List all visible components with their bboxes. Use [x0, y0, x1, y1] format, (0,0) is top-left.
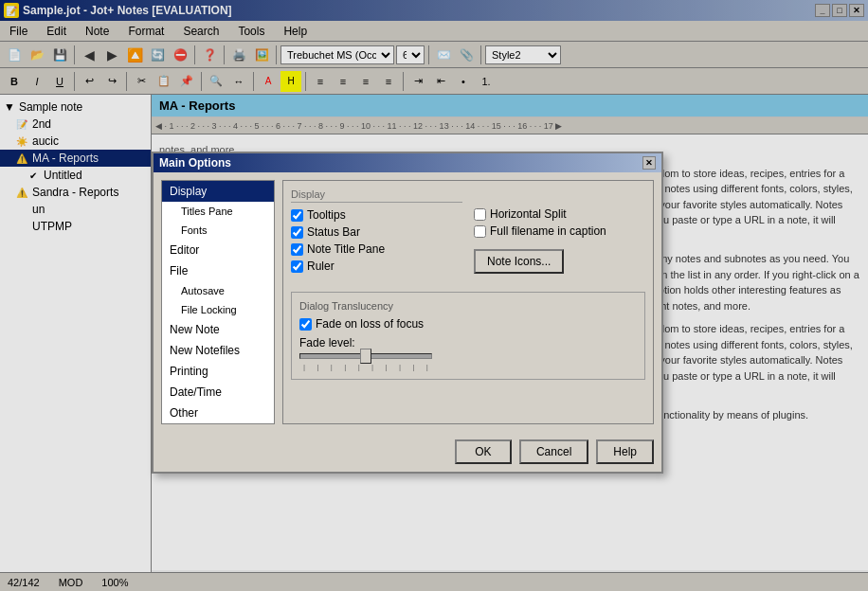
nav-new-notefiles[interactable]: New Notefiles	[162, 340, 274, 361]
dialog-content: Display Tooltips Status Bar	[282, 180, 654, 424]
note-title-pane-checkbox[interactable]	[291, 243, 303, 256]
horizontal-split-checkbox-row[interactable]: Horizontal Split	[474, 207, 645, 221]
cancel-button[interactable]: Cancel	[519, 439, 588, 464]
fade-slider-container	[299, 349, 637, 363]
fade-slider-thumb[interactable]	[360, 349, 371, 364]
horizontal-split-label: Horizontal Split	[490, 207, 567, 221]
dialog-title-bar: Main Options ✕	[154, 153, 661, 172]
nav-display[interactable]: Display	[162, 181, 274, 202]
nav-printing[interactable]: Printing	[162, 361, 274, 382]
dialog-buttons: OK Cancel Help	[154, 432, 661, 472]
tooltips-label: Tooltips	[307, 208, 346, 222]
ruler-checkbox[interactable]	[291, 260, 303, 273]
nav-file-locking[interactable]: File Locking	[162, 300, 274, 319]
dialog-close-button[interactable]: ✕	[642, 156, 656, 170]
fade-checkbox-row[interactable]: Fade on loss of focus	[299, 317, 637, 331]
display-section: Display Tooltips Status Bar	[291, 188, 462, 273]
note-title-pane-label: Note Title Pane	[307, 242, 385, 256]
fade-checkbox[interactable]	[299, 318, 312, 331]
tooltips-checkbox-row[interactable]: Tooltips	[291, 208, 462, 222]
ok-button[interactable]: OK	[455, 439, 512, 464]
statusbar-label: Status Bar	[307, 225, 360, 239]
translucency-section: Dialog Translucency Fade on loss of focu…	[291, 292, 645, 380]
fade-label: Fade on loss of focus	[316, 317, 424, 331]
statusbar-checkbox-row[interactable]: Status Bar	[291, 225, 462, 239]
note-icons-button[interactable]: Note Icons...	[474, 249, 564, 274]
dialog-nav: Display Titles Pane Fonts Editor File Au…	[161, 180, 275, 424]
translucency-label: Dialog Translucency	[299, 300, 637, 312]
nav-file[interactable]: File	[162, 260, 274, 281]
display-section-label: Display	[291, 188, 462, 203]
nav-fonts[interactable]: Fonts	[162, 221, 274, 240]
statusbar-checkbox[interactable]	[291, 226, 303, 239]
main-options-dialog: Main Options ✕ Display Titles Pane Fonts…	[152, 152, 663, 474]
full-filename-checkbox[interactable]	[474, 225, 486, 238]
ruler-label: Ruler	[307, 260, 335, 273]
full-filename-checkbox-row[interactable]: Full filename in caption	[474, 224, 645, 238]
fade-level-label: Fade level:	[299, 336, 355, 349]
dialog-content-inner: Display Tooltips Status Bar	[291, 188, 645, 284]
tooltips-checkbox[interactable]	[291, 209, 303, 222]
dialog-left-col: Display Tooltips Status Bar	[291, 188, 462, 284]
full-filename-label: Full filename in caption	[490, 224, 606, 238]
slider-ticks: ||||| |||||	[299, 363, 432, 371]
note-title-pane-checkbox-row[interactable]: Note Title Pane	[291, 242, 462, 256]
fade-level-row: Fade level:	[299, 336, 637, 349]
ruler-checkbox-row[interactable]: Ruler	[291, 260, 462, 273]
nav-editor[interactable]: Editor	[162, 240, 274, 260]
dialog-body: Display Titles Pane Fonts Editor File Au…	[154, 172, 661, 432]
horizontal-split-checkbox[interactable]	[474, 208, 486, 221]
help-button[interactable]: Help	[596, 439, 654, 464]
nav-autosave[interactable]: Autosave	[162, 281, 274, 300]
nav-datetime[interactable]: Date/Time	[162, 382, 274, 403]
nav-new-note[interactable]: New Note	[162, 319, 274, 340]
dialog-right-col: Horizontal Split Full filename in captio…	[474, 188, 645, 284]
right-checkboxes: Horizontal Split Full filename in captio…	[474, 207, 645, 274]
fade-slider-track	[299, 353, 432, 359]
nav-other[interactable]: Other	[162, 403, 274, 423]
nav-titles-pane[interactable]: Titles Pane	[162, 202, 274, 221]
dialog-overlay: Main Options ✕ Display Titles Pane Fonts…	[0, 0, 868, 591]
dialog-title-text: Main Options	[159, 156, 231, 170]
